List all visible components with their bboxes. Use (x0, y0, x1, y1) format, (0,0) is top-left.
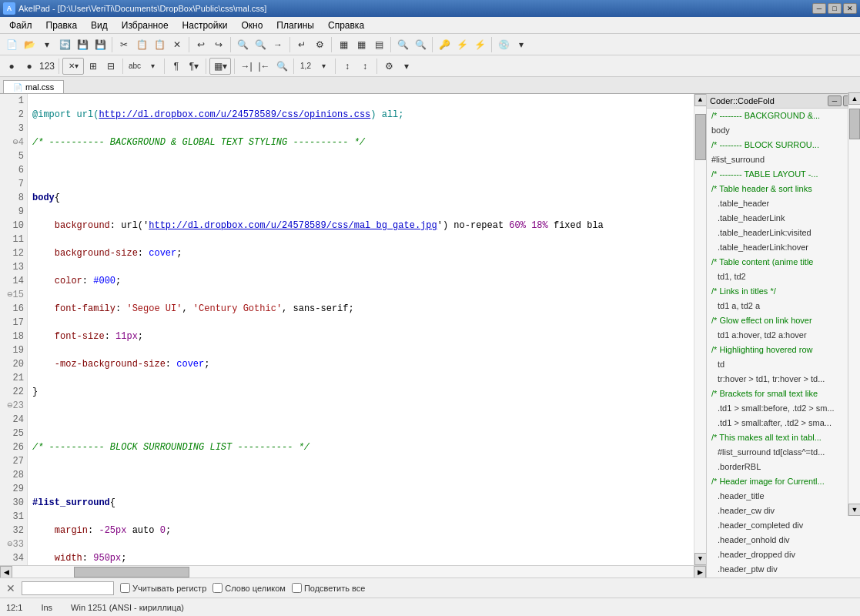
tb-new[interactable]: 📄 (3, 36, 20, 53)
tb2-settings2[interactable]: ▾ (398, 58, 415, 75)
tb2-fold[interactable]: ✕▾ (62, 58, 84, 75)
panel-scrollbar[interactable]: ▲ ▼ (848, 92, 860, 516)
panel-item[interactable]: .table_header (707, 196, 860, 211)
scroll-left-button[interactable]: ◀ (0, 566, 12, 578)
close-button[interactable]: ✕ (843, 3, 857, 14)
tb-options[interactable]: ⚙ (311, 36, 328, 53)
menu-help[interactable]: Справка (322, 18, 370, 32)
panel-item[interactable]: .header_onhold div (707, 533, 860, 547)
tb-table2[interactable]: ▦ (353, 36, 370, 53)
panel-item[interactable]: td (707, 357, 860, 372)
title-bar-controls[interactable]: ─ □ ✕ (812, 3, 857, 14)
tb-zoom2[interactable]: 🔍 (412, 36, 429, 53)
panel-item[interactable]: /* -------- BLOCK SURROU... (707, 138, 860, 152)
search-close-button[interactable]: ✕ (6, 582, 15, 594)
menu-settings[interactable]: Настройки (176, 18, 234, 32)
panel-item[interactable]: td1 a:hover, td2 a:hover (707, 328, 860, 343)
tb-revert[interactable]: 🔄 (56, 36, 73, 53)
menu-favorites[interactable]: Избранное (115, 18, 175, 32)
tb-col[interactable]: ▤ (370, 36, 387, 53)
tb-delete[interactable]: ✕ (169, 36, 186, 53)
scroll-right-button[interactable]: ▶ (694, 566, 706, 578)
tb-key[interactable]: 🔑 (436, 36, 453, 53)
tb-redo[interactable]: ↪ (210, 36, 227, 53)
tb-open[interactable]: 📂 (21, 36, 38, 53)
minimize-button[interactable]: ─ (812, 3, 826, 14)
whole-word-checkbox[interactable] (212, 583, 223, 593)
h-scroll-thumb[interactable] (74, 567, 189, 578)
panel-item[interactable]: /* Brackets for small text like (707, 387, 860, 401)
tb2-fold2[interactable]: ⊞ (85, 58, 102, 75)
code-editor[interactable]: @import url(http://dl.dropbox.com/u/2457… (28, 94, 694, 565)
tb-find[interactable]: 🔍 (234, 36, 251, 53)
tb2-para[interactable]: ¶ (168, 58, 185, 75)
panel-item[interactable]: td1, td2 (707, 270, 860, 284)
tb-disk[interactable]: 💿 (495, 36, 512, 53)
tb-zoom[interactable]: 🔍 (394, 36, 411, 53)
panel-item[interactable]: /* Table content (anime title (707, 255, 860, 270)
panel-minimize[interactable]: ─ (828, 95, 842, 106)
panel-item[interactable]: body (707, 123, 860, 138)
panel-item[interactable]: tr:hover > td1, tr:hover > td... (707, 372, 860, 387)
tb-goto[interactable]: → (269, 36, 286, 53)
panel-item[interactable]: #list_surround td[class^=td... (707, 445, 860, 460)
tb2-macro2[interactable]: ● (21, 58, 38, 75)
panel-item[interactable]: .table_headerLink:visited (707, 226, 860, 240)
panel-item[interactable]: .header_cw div (707, 504, 860, 518)
search-input[interactable] (22, 581, 114, 595)
tb2-macro[interactable]: ● (3, 58, 20, 75)
vertical-scrollbar[interactable]: ▲ ▼ (694, 94, 706, 565)
highlight-all-checkbox[interactable] (292, 583, 302, 593)
panel-item[interactable]: /* -------- BACKGROUND &... (707, 109, 860, 123)
panel-item[interactable]: td1 a, td2 a (707, 299, 860, 313)
menu-edit[interactable]: Правка (40, 18, 84, 32)
tb-copy[interactable]: 📋 (133, 36, 150, 53)
menu-file[interactable]: Файл (3, 18, 38, 32)
case-sensitive-checkbox[interactable] (120, 583, 130, 593)
tb-wordwrap[interactable]: ↵ (293, 36, 310, 53)
scroll-thumb[interactable] (695, 114, 706, 160)
tb2-abc[interactable]: abc (126, 58, 143, 75)
tb-save[interactable]: 💾 (74, 36, 91, 53)
panel-item[interactable]: .table_headerLink:hover (707, 240, 860, 255)
menu-view[interactable]: Вид (85, 18, 114, 32)
panel-scroll-track[interactable] (848, 105, 860, 504)
panel-item[interactable]: .header_completed div (707, 518, 860, 533)
tb2-grid[interactable]: ▦▾ (209, 58, 231, 75)
scroll-up-button[interactable]: ▲ (694, 94, 707, 106)
tb2-number[interactable]: 1,2 (297, 58, 314, 75)
tb-open-arrow[interactable]: ▾ (38, 36, 55, 53)
panel-item[interactable]: .td1 > small:after, .td2 > sma... (707, 416, 860, 430)
panel-item[interactable]: /* Highlighting hovered row (707, 343, 860, 357)
horizontal-scrollbar[interactable]: ◀ ▶ (0, 565, 706, 578)
panel-item[interactable]: /* Table header & sort links (707, 182, 860, 196)
panel-scroll-down[interactable]: ▼ (848, 504, 860, 516)
tb-plugin[interactable]: ⚡ (453, 36, 470, 53)
menu-plugins[interactable]: Плагины (270, 18, 320, 32)
tb-table[interactable]: ▦ (335, 36, 352, 53)
tb2-number2[interactable]: ▾ (315, 58, 332, 75)
panel-item[interactable]: /* -------- TABLE LAYOUT -... (707, 167, 860, 182)
panel-item[interactable]: .table_headerLink (707, 211, 860, 226)
tb2-abc2[interactable]: ▾ (144, 58, 161, 75)
panel-item[interactable]: .td1 > small:before, .td2 > sm... (707, 401, 860, 416)
tb-save-as[interactable]: 💾 (92, 36, 109, 53)
tab-mal-css[interactable]: 📄 mal.css (3, 80, 64, 93)
panel-content[interactable]: /* -------- BACKGROUND &... body /* ----… (707, 109, 860, 578)
tb-undo[interactable]: ↩ (192, 36, 209, 53)
scroll-track[interactable] (694, 106, 707, 553)
tb2-move[interactable]: ↕ (339, 58, 356, 75)
tb-replace[interactable]: 🔍 (252, 36, 269, 53)
restore-button[interactable]: □ (828, 3, 842, 14)
panel-item[interactable]: /* Glow effect on link hover (707, 313, 860, 328)
panel-item[interactable]: /* Links in titles */ (707, 284, 860, 299)
panel-item[interactable]: .header_dropped div (707, 547, 860, 562)
tb2-fold3[interactable]: ⊟ (102, 58, 119, 75)
tb2-num[interactable]: 123 (38, 58, 55, 75)
panel-item[interactable]: /* This makes all text in tabl... (707, 430, 860, 445)
panel-scroll-thumb[interactable] (849, 109, 860, 139)
tb2-settings[interactable]: ⚙ (380, 58, 397, 75)
h-scroll-track[interactable] (12, 566, 694, 578)
panel-scroll-up[interactable]: ▲ (848, 92, 860, 105)
panel-item[interactable]: /* Header image for Currentl... (707, 474, 860, 489)
